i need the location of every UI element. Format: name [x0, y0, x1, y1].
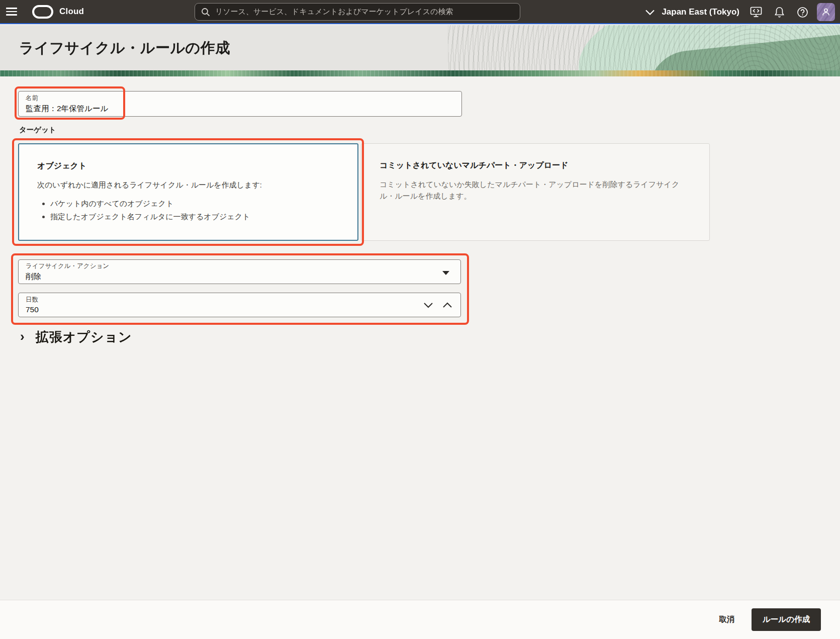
- target-card-objects-description: 次のいずれかに適用されるライフサイクル・ルールを作成します:: [37, 179, 339, 191]
- days-value: 750: [26, 305, 453, 314]
- footer-action-bar: 取消 ルールの作成: [0, 600, 840, 639]
- stepper-decrement-icon[interactable]: [423, 302, 433, 308]
- help-icon[interactable]: [791, 1, 814, 24]
- target-card-objects-bullets: バケット内のすべてのオブジェクト 指定したオブジェクト名フィルタに一致するオブジ…: [50, 199, 339, 222]
- days-input[interactable]: 日数 750: [18, 293, 461, 317]
- stepper-increment-icon[interactable]: [442, 302, 452, 308]
- days-label: 日数: [26, 296, 453, 304]
- name-field-label: 名前: [26, 94, 454, 103]
- advanced-options-label: 拡張オプション: [36, 328, 132, 346]
- brand-label: Cloud: [59, 7, 84, 17]
- lifecycle-action-label: ライフサイクル・アクション: [26, 262, 453, 270]
- chevron-down-icon: [645, 10, 655, 15]
- page-banner: ライフサイクル・ルールの作成: [0, 25, 840, 70]
- user-icon: [821, 8, 830, 17]
- target-card-multipart-title: コミットされていないマルチパート・アップロード: [380, 160, 691, 171]
- region-selector[interactable]: Japan East (Tokyo): [640, 1, 744, 24]
- target-card-multipart-uploads[interactable]: コミットされていないマルチパート・アップロード コミットされていないか失敗したマ…: [361, 143, 710, 241]
- select-caret-icon: [442, 271, 449, 275]
- create-rule-button[interactable]: ルールの作成: [752, 608, 821, 631]
- lifecycle-action-value: 削除: [26, 271, 453, 282]
- banner-leaf-strip: [0, 70, 840, 76]
- lifecycle-action-select[interactable]: ライフサイクル・アクション 削除: [18, 259, 461, 284]
- cancel-button[interactable]: 取消: [719, 614, 734, 625]
- bullet-item: 指定したオブジェクト名フィルタに一致するオブジェクト: [50, 212, 339, 222]
- topbar: Cloud リソース、サービス、ドキュメントおよびマーケットプレイスの検索 Ja…: [0, 0, 840, 24]
- notifications-bell-icon[interactable]: [768, 1, 791, 24]
- name-field-value: 監査用：2年保管ルール: [26, 104, 454, 114]
- cloud-shell-icon[interactable]: [744, 1, 768, 24]
- search-icon: [201, 8, 210, 17]
- chevron-right-icon: ›: [20, 330, 25, 343]
- bullet-item: バケット内のすべてのオブジェクト: [50, 199, 339, 209]
- banner-decoration-pattern: [448, 25, 840, 70]
- advanced-options-toggle[interactable]: › 拡張オプション: [20, 328, 132, 346]
- target-card-objects-title: オブジェクト: [37, 161, 339, 171]
- name-field[interactable]: 名前 監査用：2年保管ルール: [18, 91, 462, 117]
- user-avatar[interactable]: [817, 3, 835, 21]
- target-card-multipart-description: コミットされていないか失敗したマルチパート・アップロードを削除するライフサイクル…: [380, 178, 691, 202]
- search-input[interactable]: リソース、サービス、ドキュメントおよびマーケットプレイスの検索: [195, 3, 520, 21]
- region-label: Japan East (Tokyo): [662, 7, 739, 17]
- hamburger-menu-icon[interactable]: [0, 0, 23, 23]
- target-card-objects[interactable]: オブジェクト 次のいずれかに適用されるライフサイクル・ルールを作成します: バケ…: [18, 143, 358, 241]
- page-title: ライフサイクル・ルールの作成: [19, 38, 230, 58]
- search-placeholder: リソース、サービス、ドキュメントおよびマーケットプレイスの検索: [215, 7, 453, 17]
- target-section-label: ターゲット: [19, 125, 56, 135]
- oracle-logo[interactable]: [32, 5, 53, 19]
